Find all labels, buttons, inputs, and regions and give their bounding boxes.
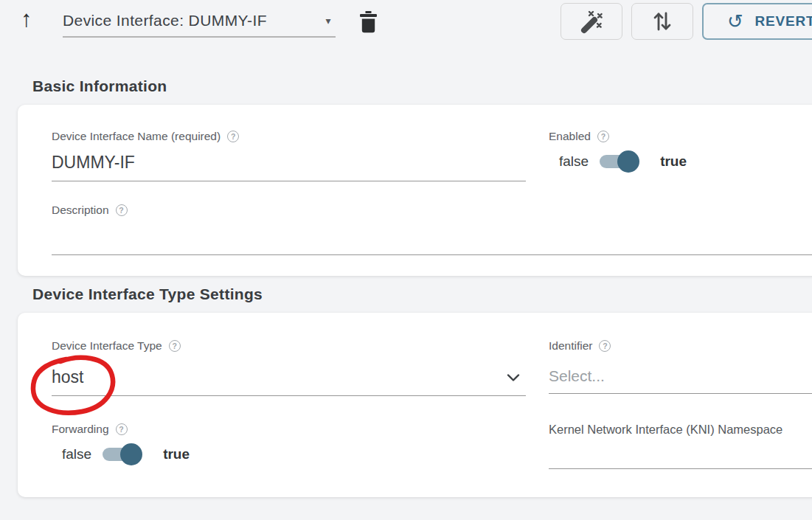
forwarding-field: Forwarding ? false true (52, 423, 526, 469)
enabled-field: Enabled ? false true (549, 130, 812, 181)
identifier-field: Identifier ? Select... (549, 339, 812, 396)
enabled-off-label: false (559, 153, 589, 170)
identifier-placeholder: Select... (549, 367, 605, 385)
sort-arrows-icon (650, 10, 674, 33)
kni-namespace-label-row: Kernel Network Interface (KNI) Namespace (549, 423, 812, 437)
enabled-toggle-knob (617, 150, 639, 173)
basic-information-card: Device Interface Name (required) ? DUMMY… (18, 105, 812, 276)
help-icon[interactable]: ? (116, 423, 128, 435)
help-icon[interactable]: ? (169, 340, 181, 352)
forwarding-on-label: true (163, 446, 190, 462)
device-interface-name-field: Device Interface Name (required) ? DUMMY… (52, 130, 526, 181)
sort-order-button[interactable] (631, 3, 693, 40)
enabled-toggle[interactable] (600, 155, 638, 168)
trash-icon (359, 11, 378, 33)
device-interface-type-select[interactable]: host (52, 367, 526, 396)
topbar: ↑ Device Interface: DUMMY-IF ▾ ↺ REVERT (0, 0, 812, 68)
forwarding-label-row: Forwarding ? (52, 423, 526, 436)
kni-namespace-field: Kernel Network Interface (KNI) Namespace (549, 423, 812, 469)
forwarding-label: Forwarding (52, 423, 109, 436)
device-interface-name-label: Device Interface Name (required) (52, 130, 221, 143)
revert-button-label: REVERT (755, 13, 812, 30)
magic-wand-icon (578, 8, 605, 35)
device-interface-type-label: Device Interface Type (52, 339, 162, 353)
help-icon[interactable]: ? (227, 131, 239, 142)
help-icon[interactable]: ? (116, 204, 128, 216)
device-interface-type-field: Device Interface Type ? host (52, 339, 526, 396)
enabled-toggle-row: false true (549, 153, 812, 170)
description-label-row: Description ? (52, 204, 812, 217)
section-title-basic-information: Basic Information (32, 77, 812, 95)
description-input[interactable] (52, 217, 812, 255)
revert-button[interactable]: ↺ REVERT (702, 3, 812, 40)
enabled-label: Enabled (549, 130, 591, 143)
enabled-label-row: Enabled ? (549, 130, 812, 143)
device-interface-name-label-row: Device Interface Name (required) ? (52, 130, 526, 143)
kni-namespace-input[interactable] (549, 437, 812, 469)
identifier-label-row: Identifier ? (549, 339, 812, 353)
description-label: Description (52, 204, 109, 217)
forwarding-toggle-knob (120, 443, 142, 465)
forwarding-toggle[interactable] (103, 448, 141, 461)
auto-fill-wand-button[interactable] (561, 3, 622, 40)
enabled-on-label: true (660, 153, 687, 170)
device-interface-type-label-row: Device Interface Type ? (52, 339, 526, 353)
description-field: Description ? (52, 204, 812, 255)
revert-circle-arrow-icon: ↺ (727, 12, 744, 31)
device-interface-type-value: host (52, 367, 83, 387)
back-up-arrow-icon[interactable]: ↑ (21, 6, 32, 32)
device-interface-name-input[interactable]: DUMMY-IF (52, 153, 526, 181)
type-settings-card: Device Interface Type ? host Identifier … (18, 313, 812, 497)
kni-namespace-label: Kernel Network Interface (KNI) Namespace (549, 423, 782, 437)
caret-down-icon: ▾ (326, 15, 331, 27)
device-interface-selector[interactable]: Device Interface: DUMMY-IF ▾ (63, 12, 336, 38)
help-icon[interactable]: ? (599, 340, 611, 352)
forwarding-off-label: false (62, 446, 91, 462)
help-icon[interactable]: ? (597, 131, 609, 142)
identifier-select[interactable]: Select... (549, 367, 812, 394)
forwarding-toggle-row: false true (52, 446, 526, 462)
section-title-type-settings: Device Interface Type Settings (32, 285, 812, 303)
identifier-label: Identifier (549, 339, 592, 353)
device-interface-selector-label: Device Interface: DUMMY-IF (63, 12, 267, 30)
chevron-down-icon (507, 373, 520, 382)
delete-interface-button[interactable] (359, 11, 378, 33)
